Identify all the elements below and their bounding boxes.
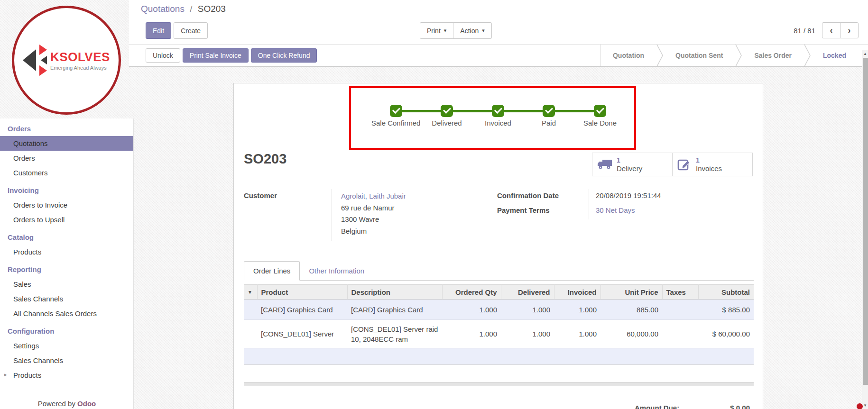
sidebar-item-sales[interactable]: Sales: [0, 277, 133, 291]
table-header-row: ▼ Product Description Ordered Qty Delive…: [244, 285, 754, 300]
payment-terms-label: Payment Terms: [497, 206, 550, 214]
scrollbar-thumb[interactable]: [863, 58, 868, 385]
order-lines-table: ▼ Product Description Ordered Qty Delive…: [244, 284, 754, 365]
status-bar-buttons: Unlock Print Sale Invoice One Click Refu…: [146, 48, 317, 63]
sidebar-item-products[interactable]: Products: [0, 245, 133, 259]
delivery-label: Delivery: [617, 164, 642, 173]
tracker-step-paid: Paid: [524, 118, 573, 128]
smart-buttons: 1 Delivery 1 Invoices: [592, 153, 753, 176]
customer-address-street: 69 rue de Namur: [341, 202, 406, 214]
sidebar-item-config-products[interactable]: ▸ Products: [0, 368, 133, 382]
cell-product: [CONS_DEL01] Server: [257, 320, 347, 348]
tab-order-lines[interactable]: Order Lines: [244, 261, 300, 281]
customer-field-value: Agrolait, Laith Jubair 69 rue de Namur 1…: [341, 191, 406, 237]
sidebar-item-all-channels-sales-orders[interactable]: All Channels Sales Orders: [0, 306, 133, 321]
vertical-scrollbar[interactable]: ▲ ▼: [862, 50, 868, 409]
cell-unit-price: 60,000.00: [600, 320, 662, 348]
status-step-locked[interactable]: Locked: [811, 52, 859, 59]
scroll-up-icon[interactable]: ▲: [862, 52, 868, 56]
company-logo: KSOLVES Emerging Ahead Always: [12, 6, 121, 115]
logo-tagline: Emerging Ahead Always: [50, 65, 110, 71]
status-step-quotation[interactable]: Quotation: [600, 52, 656, 59]
print-sale-invoice-button[interactable]: Print Sale Invoice: [183, 48, 249, 63]
form-sheet: Sale Confirmed Delivered Invoiced Paid S…: [233, 83, 763, 409]
sidebar-item-config-sales-channels[interactable]: Sales Channels: [0, 353, 133, 368]
pager-previous-button[interactable]: ‹: [822, 22, 840, 38]
empty-line-row[interactable]: [244, 348, 754, 365]
column-unit-price[interactable]: Unit Price: [600, 285, 662, 300]
column-ordered-qty[interactable]: Ordered Qty: [442, 285, 501, 300]
customer-address-city: 1300 Wavre: [341, 214, 406, 226]
column-invoiced[interactable]: Invoiced: [554, 285, 600, 300]
status-step-sales-order[interactable]: Sales Order: [742, 52, 804, 59]
create-button[interactable]: Create: [174, 22, 208, 39]
record-buttons: Edit Create: [146, 22, 208, 39]
cell-invoiced: 1.000: [554, 300, 600, 320]
edit-button[interactable]: Edit: [146, 22, 171, 39]
status-step-quotation-sent[interactable]: Quotation Sent: [663, 52, 735, 59]
logo-triangle-icon: [23, 49, 36, 71]
sidebar-item-orders-to-invoice[interactable]: Orders to Invoice: [0, 198, 133, 212]
order-title: SO203: [244, 151, 286, 167]
order-line-row[interactable]: [CONS_DEL01] Server [CONS_DEL01] Server …: [244, 320, 754, 348]
one-click-refund-button[interactable]: One Click Refund: [251, 48, 317, 63]
cell-delivered: 1.000: [501, 320, 554, 348]
cell-ordered-qty: 1.000: [442, 320, 501, 348]
check-icon: [390, 105, 402, 117]
tracker-step-invoiced: Invoiced: [473, 118, 523, 128]
sidebar-item-customers[interactable]: Customers: [0, 165, 133, 180]
tracker-step-delivered: Delivered: [422, 118, 471, 128]
pager-next-button[interactable]: ›: [840, 22, 859, 38]
chevron-right-icon[interactable]: ▸: [4, 372, 7, 378]
sidebar-item-settings[interactable]: Settings: [0, 338, 133, 353]
chevron-down-icon: ▾: [444, 27, 447, 34]
breadcrumb-parent-link[interactable]: Quotations: [141, 4, 185, 14]
odoo-brand-link[interactable]: Odoo: [77, 400, 96, 408]
customer-link[interactable]: Agrolait, Laith Jubair: [341, 191, 406, 202]
unlock-button[interactable]: Unlock: [146, 48, 180, 63]
cell-subtotal: $ 885.00: [698, 300, 754, 320]
scroll-down-icon[interactable]: ▼: [862, 403, 868, 408]
sidebar-item-orders[interactable]: Orders: [0, 151, 133, 165]
action-menu-button[interactable]: Action ▾: [453, 22, 491, 39]
column-description[interactable]: Description: [347, 285, 442, 300]
column-delivered[interactable]: Delivered: [501, 285, 554, 300]
sort-caret-icon[interactable]: ▼: [244, 285, 257, 300]
cell-ordered-qty: 1.000: [442, 300, 501, 320]
breadcrumb-current: SO203: [198, 4, 226, 14]
status-separator-arrow-icon: [804, 45, 811, 66]
invoice-edit-icon: [677, 158, 692, 171]
sidebar-section-catalog: Catalog: [0, 227, 133, 245]
cell-taxes: [662, 300, 698, 320]
powered-by-odoo: Powered by Odoo: [0, 400, 134, 408]
column-product[interactable]: Product: [257, 285, 347, 300]
tab-other-information[interactable]: Other Information: [300, 262, 373, 280]
column-taxes[interactable]: Taxes: [662, 285, 698, 300]
ksolves-logo-mark: KSOLVES Emerging Ahead Always: [23, 45, 110, 76]
cell-unit-price: 885.00: [600, 300, 662, 320]
cell-invoiced: 1.000: [554, 320, 600, 348]
order-line-row[interactable]: [CARD] Graphics Card [CARD] Graphics Car…: [244, 300, 754, 320]
cell-description: [CONS_DEL01] Server raid 10, 2048ECC ram: [347, 320, 442, 348]
sidebar-menu: Orders Quotations Orders Customers Invoi…: [0, 118, 134, 409]
sidebar-section-configuration: Configuration: [0, 321, 133, 338]
chevron-down-icon: ▾: [482, 27, 485, 34]
print-menu-button[interactable]: Print ▾: [420, 22, 453, 39]
sidebar-item-sales-channels[interactable]: Sales Channels: [0, 291, 133, 306]
pager-value: 81 / 81: [794, 27, 815, 35]
delivery-smart-button[interactable]: 1 Delivery: [592, 153, 673, 176]
sidebar-section-orders: Orders: [0, 118, 133, 136]
cell-delivered: 1.000: [501, 300, 554, 320]
sidebar-item-quotations[interactable]: Quotations: [0, 136, 133, 151]
sidebar-section-invoicing: Invoicing: [0, 180, 133, 198]
payment-terms-link[interactable]: 30 Net Days: [596, 206, 635, 214]
invoices-smart-button[interactable]: 1 Invoices: [672, 153, 753, 176]
field-separator: [589, 189, 589, 219]
recording-dot: [857, 403, 863, 409]
control-panel: Quotations / SO203 Edit Create Print ▾ A…: [129, 0, 868, 45]
sidebar-item-orders-to-upsell[interactable]: Orders to Upsell: [0, 212, 133, 227]
column-subtotal[interactable]: Subtotal: [698, 285, 754, 300]
logo-brand-text: KSOLVES: [50, 50, 110, 64]
section-divider: [244, 382, 754, 386]
status-separator-arrow-icon: [735, 45, 742, 66]
